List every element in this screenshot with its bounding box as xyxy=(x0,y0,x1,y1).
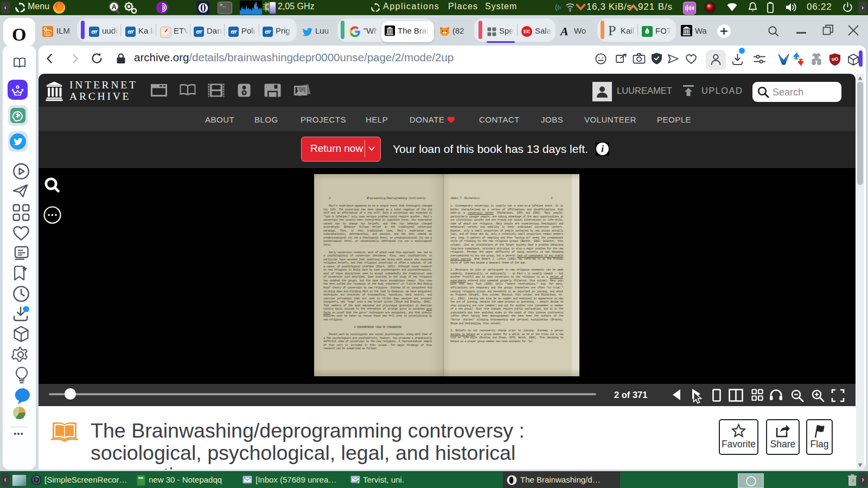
svg-text:uO: uO xyxy=(832,56,839,62)
svg-text:iLm: iLm xyxy=(46,31,50,34)
svg-text:A: A xyxy=(112,3,117,11)
